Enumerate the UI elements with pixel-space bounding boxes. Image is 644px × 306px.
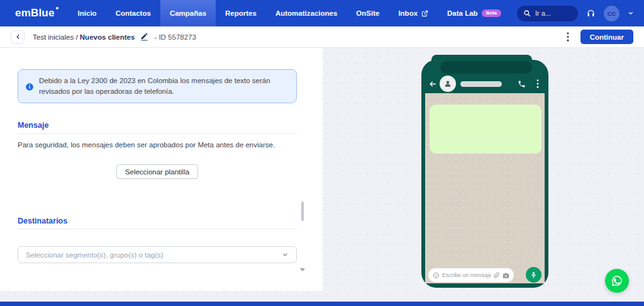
mic-button bbox=[526, 267, 541, 283]
toolbar-right: Continuar bbox=[565, 30, 633, 44]
nav-item-automatizaciones[interactable]: Automatizaciones bbox=[266, 0, 347, 26]
breadcrumb-current: Nuevos clientes bbox=[80, 33, 135, 41]
call-phone-icon bbox=[518, 80, 526, 88]
campaign-toolbar: Test iniciales / Nuevos clientes - ID 55… bbox=[0, 26, 644, 48]
edit-name-pencil-icon[interactable] bbox=[140, 33, 148, 41]
panel-scrollbar-thumb[interactable] bbox=[301, 201, 304, 221]
top-navbar: emBlue Inicio Contactos Campañas Reporte… bbox=[0, 0, 644, 26]
logo-dot bbox=[56, 7, 58, 9]
info-icon bbox=[25, 76, 34, 97]
microphone-icon bbox=[530, 271, 537, 278]
nav-item-datalab[interactable]: Data Lab Beta bbox=[438, 0, 511, 26]
section-divider bbox=[18, 229, 297, 229]
message-bubble-placeholder bbox=[430, 105, 541, 154]
beta-badge: Beta bbox=[482, 9, 501, 17]
nav-label: Reportes bbox=[225, 9, 257, 17]
back-button[interactable] bbox=[11, 30, 25, 44]
logo-text: emBlue bbox=[15, 7, 55, 19]
chevron-left-icon bbox=[14, 33, 21, 40]
select-template-button[interactable]: Seleccionar plantilla bbox=[116, 164, 198, 179]
emblue-logo[interactable]: emBlue bbox=[15, 7, 55, 20]
nav-item-contactos[interactable]: Contactos bbox=[106, 0, 160, 26]
breadcrumb-prefix: Test iniciales / bbox=[33, 33, 78, 41]
search-icon bbox=[523, 9, 531, 17]
phone-notch bbox=[440, 61, 532, 74]
section-divider bbox=[18, 133, 297, 134]
contact-name-placeholder bbox=[460, 81, 502, 87]
whatsapp-back-arrow-icon bbox=[428, 80, 437, 88]
nav-label: Automatizaciones bbox=[275, 9, 337, 17]
global-search[interactable] bbox=[517, 6, 578, 21]
message-section-title: Mensaje bbox=[18, 121, 48, 130]
legal-alert-text: Debido a la Ley 2300 de 2023 en Colombia… bbox=[39, 76, 287, 97]
nav-label: Campañas bbox=[170, 9, 206, 17]
recipients-select-placeholder: Seleccionar segmento(s), grupo(s) o tag(… bbox=[26, 251, 282, 259]
campaign-form-panel: Debido a la Ley 2300 de 2023 en Colombia… bbox=[0, 48, 323, 291]
select-template-row: Seleccionar plantilla bbox=[18, 164, 297, 179]
more-options-kebab-icon[interactable] bbox=[565, 31, 570, 43]
chat-input-bar: Escribe un mensaje bbox=[428, 268, 514, 282]
select-chevron-down-icon bbox=[282, 251, 289, 258]
chat-input-placeholder: Escribe un mensaje bbox=[442, 272, 491, 278]
scroll-down-arrow[interactable] bbox=[300, 268, 305, 271]
app-root: emBlue Inicio Contactos Campañas Reporte… bbox=[0, 0, 644, 306]
bottom-footer-bar bbox=[0, 302, 644, 306]
chat-kebab-icon bbox=[536, 79, 539, 88]
legal-info-alert: Debido a la Ley 2300 de 2023 en Colombia… bbox=[18, 69, 297, 103]
nav-label: OnSite bbox=[356, 9, 379, 17]
emoji-smiley-icon bbox=[433, 272, 440, 279]
nav-item-onsite[interactable]: OnSite bbox=[347, 0, 389, 26]
message-approval-note: Para seguridad, los mensajes deben ser a… bbox=[18, 141, 275, 149]
nav-item-reportes[interactable]: Reportes bbox=[216, 0, 266, 26]
continue-button[interactable]: Continuar bbox=[580, 30, 633, 44]
nav-item-inicio[interactable]: Inicio bbox=[69, 0, 106, 26]
main-nav: Inicio Contactos Campañas Reportes Autom… bbox=[69, 0, 511, 26]
nav-item-campanas[interactable]: Campañas bbox=[160, 0, 216, 26]
recipients-section-title: Destinatarios bbox=[18, 217, 67, 225]
nav-label: Inicio bbox=[78, 9, 97, 17]
recipients-select[interactable]: Seleccionar segmento(s), grupo(s) o tag(… bbox=[18, 246, 297, 263]
breadcrumb: Test iniciales / Nuevos clientes bbox=[33, 33, 135, 41]
support-headset-icon[interactable] bbox=[586, 9, 596, 18]
nav-label: Contactos bbox=[116, 9, 151, 17]
campaign-id: - ID 5578273 bbox=[154, 33, 196, 41]
nav-label: Data Lab bbox=[447, 9, 478, 17]
navbar-right-cluster: CC bbox=[517, 6, 634, 21]
search-input[interactable] bbox=[535, 9, 572, 17]
attachment-paperclip-icon bbox=[494, 272, 500, 278]
whatsapp-fab-button[interactable] bbox=[605, 269, 629, 293]
nav-label: Inbox bbox=[398, 9, 418, 17]
external-link-icon bbox=[421, 10, 428, 17]
account-chevron-down-icon[interactable] bbox=[628, 10, 634, 16]
whatsapp-icon bbox=[610, 274, 624, 288]
user-avatar[interactable]: CC bbox=[604, 6, 619, 21]
nav-item-inbox[interactable]: Inbox bbox=[389, 0, 438, 26]
contact-avatar bbox=[440, 76, 456, 92]
person-icon bbox=[443, 79, 452, 88]
camera-icon bbox=[502, 272, 509, 279]
